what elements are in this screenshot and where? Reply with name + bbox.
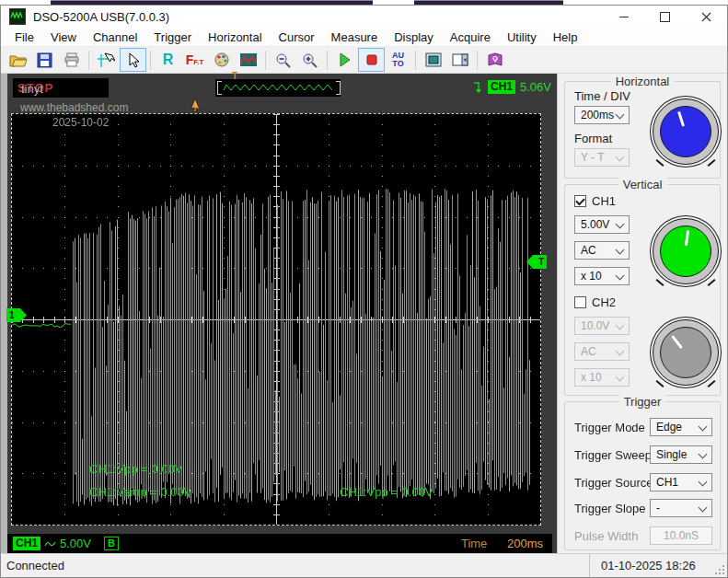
knob-indicator [677, 111, 685, 127]
chevron-down-icon [616, 246, 625, 255]
open-button[interactable] [5, 48, 31, 72]
ch1-probe-select[interactable]: x 10 [574, 267, 630, 285]
reset-r-icon: R [163, 52, 174, 68]
trigger-mode-select[interactable]: Edge [650, 418, 712, 436]
knob-indicator [685, 230, 689, 246]
horizontal-caption: Horizontal [611, 75, 675, 88]
palette-icon [214, 52, 230, 67]
knob-ring [653, 319, 719, 386]
close-button[interactable] [686, 6, 727, 28]
mouse-cursor-icon [190, 98, 202, 112]
menu-channel[interactable]: Channel [85, 29, 145, 46]
palette-button[interactable] [208, 48, 235, 72]
waveform-icon [240, 53, 257, 66]
ch2-checkbox[interactable] [574, 296, 586, 308]
pointer-button[interactable] [120, 48, 146, 72]
menu-display[interactable]: Display [386, 29, 442, 46]
menu-measure[interactable]: Measure [323, 29, 387, 46]
menu-utility[interactable]: Utility [499, 29, 545, 46]
menu-cursor[interactable]: Cursor [271, 29, 323, 46]
title-bar: DSO-5200A USB(7.0.0.3) [1, 6, 727, 28]
reset-button[interactable]: R [155, 48, 181, 72]
menu-help[interactable]: Help [545, 29, 586, 46]
menu-acquire[interactable]: Acquire [442, 29, 499, 46]
toolbar-separator [265, 51, 266, 70]
knob-ring [653, 218, 719, 284]
datetime-status: 01-10-2025 18:26 [589, 554, 727, 577]
trigger-source-select[interactable]: CH1 [650, 473, 712, 491]
ch1-volts-select[interactable]: 5.00V [574, 215, 630, 234]
fullscreen-button[interactable] [420, 48, 446, 72]
scope-region: STOP tinyt T CH1 5.06V www.thebadshed.co… [7, 74, 557, 553]
stop-button[interactable] [358, 48, 385, 72]
stop-icon [366, 54, 377, 65]
menu-trigger[interactable]: Trigger [145, 29, 200, 46]
zoom-out-button[interactable] [270, 48, 296, 72]
time-label: Time [461, 537, 487, 550]
overlay-watermark-text: tinyt [21, 82, 43, 96]
vertical-caption: Vertical [618, 178, 667, 191]
trigger-sweep-label: Trigger Sweep [574, 448, 652, 462]
pulse-width-label: Pulse Width [574, 529, 638, 543]
preview-right-bracket [336, 81, 341, 95]
trigger-sweep-select[interactable]: Single [650, 445, 712, 464]
time-div-select[interactable]: 200ms [574, 106, 630, 124]
fullscreen-icon [425, 52, 442, 67]
save-button[interactable] [31, 48, 58, 72]
preview-waveform [222, 81, 336, 95]
chevron-down-icon [616, 110, 625, 120]
zoom-out-icon [275, 52, 291, 68]
waveform-preview[interactable] [215, 79, 341, 97]
pulse-width-input: 10.0nS [650, 526, 712, 545]
printer-icon [64, 52, 80, 67]
ch2-knob[interactable] [653, 319, 719, 386]
ch1-badge: CH1 [13, 537, 40, 550]
toolbar-separator [415, 51, 416, 70]
play-icon [339, 52, 352, 67]
resize-grip[interactable] [715, 565, 724, 574]
waveform-display-button[interactable] [235, 48, 261, 72]
watermark-url: www.thebadshed.com [20, 101, 128, 114]
time-readout: Time 200ms [461, 537, 543, 550]
chevron-down-icon [699, 478, 708, 487]
time-div-label: Time / DIV [574, 89, 630, 103]
horizontal-knob[interactable] [653, 98, 719, 165]
ch2-volts-select: 10.0V [574, 317, 630, 335]
measurement-vpp-1: CH1:Vpp = 0.00V [89, 462, 183, 476]
ch1-coupling-select[interactable]: AC [574, 241, 630, 260]
menu-file[interactable]: File [6, 29, 42, 46]
channel-info-bar: CH1 5.00V B Time 200ms [7, 534, 552, 553]
panel-toggle-button[interactable] [446, 48, 473, 72]
ch1-knob[interactable] [653, 218, 719, 284]
trigger-caption: Trigger [619, 395, 666, 409]
chevron-down-icon [616, 220, 625, 229]
auto-setup-button[interactable]: AUTO [385, 48, 411, 72]
chevron-down-icon [699, 503, 708, 513]
measurement-vpp-2: CH1:Vpp = 0.00V [340, 485, 433, 499]
save-floppy-icon [37, 52, 52, 68]
knob-ring [653, 98, 719, 165]
minimize-icon [619, 17, 629, 17]
trigger-channel-badge: CH1 [488, 80, 515, 94]
toolbar-separator [150, 51, 151, 70]
app-window: DSO-5200A USB(7.0.0.3) File View Channel… [0, 5, 728, 578]
ch1-checkbox[interactable] [574, 195, 586, 207]
run-button[interactable] [331, 48, 358, 72]
fft-button[interactable]: FF.T [181, 48, 208, 72]
help-button[interactable] [481, 48, 508, 72]
toolbar-separator [327, 51, 328, 70]
horizontal-group: Horizontal Time / DIV 200ms Format Y - T [564, 81, 721, 179]
zoom-in-button[interactable] [296, 48, 323, 72]
maximize-icon [660, 12, 670, 22]
cursor-measure-button[interactable] [93, 48, 120, 72]
maximize-button[interactable] [644, 6, 686, 28]
print-button[interactable] [58, 48, 85, 72]
open-folder-icon [9, 52, 28, 68]
chevron-down-icon [616, 321, 625, 330]
minimize-button[interactable] [603, 6, 644, 28]
format-label: Format [574, 132, 612, 145]
menu-view[interactable]: View [42, 29, 85, 46]
trigger-slope-select[interactable]: - [650, 499, 712, 517]
menu-horizontal[interactable]: Horizontal [200, 29, 271, 46]
auto-icon: AUTO [392, 52, 404, 68]
